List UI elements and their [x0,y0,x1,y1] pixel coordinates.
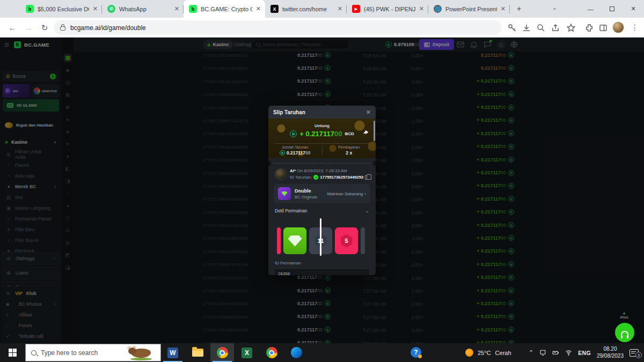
search-highlight-ox-image[interactable] [127,345,155,360]
tile-value: 5 [345,238,348,244]
taskbar-search-box[interactable] [25,344,161,361]
minimize-button[interactable]: — [580,6,601,12]
password-key-icon[interactable] [507,23,517,33]
windows-logo-icon [9,349,17,357]
payout-block: Pembayaran 2 x [322,145,376,156]
new-tab-button[interactable]: + [512,2,526,16]
word-icon: W [167,348,178,358]
taskbar-word[interactable]: W [161,343,185,362]
tab-close-icon[interactable]: ✕ [93,5,98,12]
game-id-input[interactable] [278,271,366,276]
refresh-button[interactable]: ↻ [39,22,50,34]
close-icon[interactable]: ✕ [366,109,371,116]
dashed-separator [274,158,370,164]
modal-title: Slip Taruhan [273,109,305,115]
address-bar[interactable]: bcgame.ai/id/game/double [54,20,502,35]
system-tray: ⌃ ENG 08.20 29/08/2023 3 [529,343,644,362]
game-details-toggle[interactable]: Detil Permainan ⌄ [275,208,369,213]
game-id-field[interactable] [274,268,370,275]
browser-tab[interactable]: ▶ (45) PWK - DIPENJARA ✕ [347,0,428,18]
lock-icon [60,26,65,31]
play-now-link[interactable]: Mainkan Sekarang › [327,191,366,196]
bookmark-star-icon[interactable] [566,23,576,33]
menu-kebab-icon[interactable]: ⋮ [630,23,640,33]
browser-tab[interactable]: b BC.GAME: Crypto Casi ✕ [184,0,265,18]
back-to-top[interactable]: ▲ Atas [620,311,628,320]
tab-close-icon[interactable]: ✕ [501,5,506,12]
game-provider: BC Originals [295,195,317,200]
tab-title: BC.GAME: Crypto Casi [201,6,252,12]
language-indicator[interactable]: ENG [578,350,591,356]
back-to-top-label: Atas [620,315,628,320]
start-button[interactable] [0,343,25,362]
tab-favicon: 🌐 [434,5,442,13]
taskbar-clock[interactable]: 08.20 29/08/2023 [597,346,624,359]
display-icon[interactable] [539,349,546,356]
zoom-icon[interactable] [536,23,546,33]
tab-list: b $5,000 Exclusive DOU ✕ ✆ WhatsApp ✕ b … [20,0,510,18]
payout-value: 2 x [346,150,352,156]
forward-button[interactable]: → [23,22,34,34]
chevron-up-icon: ▲ [620,311,628,315]
weather-widget[interactable]: 25°C Cerah [465,343,511,362]
copy-icon[interactable] [365,175,369,180]
tab-title: $5,000 Exclusive DOU [38,6,89,12]
close-window-button[interactable]: ✕ [623,5,644,12]
help-app-icon[interactable]: ? [411,347,421,358]
tab-close-icon[interactable]: ✕ [174,5,179,12]
headset-icon [621,331,628,336]
back-button[interactable]: ← [6,22,18,34]
taskbar-search-input[interactable] [41,349,111,357]
result-marker-line [320,218,321,256]
game-card[interactable]: Double BC Originals Mainkan Sekarang › [274,184,370,203]
excel-icon: X [241,348,252,358]
clock-time: 08.20 [597,346,624,353]
chevron-down-icon: ⌄ [365,208,369,213]
verified-shield-icon: ✓ [313,175,318,180]
profit-hero: Untung b + 0.21711700 BCD Jumlah Taruhan… [268,119,376,158]
tab-title: PowerPoint Presentati [445,6,497,12]
maximize-button[interactable] [601,6,623,12]
chrome-icon [217,347,228,358]
wifi-icon[interactable] [565,349,572,356]
support-button[interactable] [615,323,634,342]
browser-tab[interactable]: ✆ WhatsApp ✕ [102,0,184,18]
taskbar-excel[interactable]: X [235,343,259,362]
url-text: bcgame.ai/id/game/double [70,24,146,32]
share-icon[interactable] [551,23,560,33]
notification-center-icon[interactable]: 3 [630,349,639,357]
tab-close-icon[interactable]: ✕ [419,5,424,12]
browser-tab[interactable]: X twitter.com/home ✕ [265,0,347,18]
profit-amount: + 0.217117 [299,130,334,138]
tab-close-icon[interactable]: ✕ [256,5,261,12]
tab-close-icon[interactable]: ✕ [338,5,342,12]
taskbar-chrome-active[interactable] [210,343,234,362]
taskbar-edge[interactable] [284,343,308,362]
result-tile [361,227,365,254]
double-result-strip: 11 5 [268,223,376,258]
download-icon[interactable] [522,23,531,33]
notification-badge: 3 [635,352,642,358]
extensions-puzzle-icon[interactable] [584,23,594,33]
username: Al* [290,168,296,173]
battery-icon[interactable] [552,349,559,356]
search-icon [31,350,36,356]
bet-timestamp: On 8/29/2023, 7:28:33 AM [297,168,347,173]
tab-search-icon[interactable]: ⌄ [552,4,557,11]
share-flag-icon[interactable] [363,128,369,135]
browser-tab[interactable]: 🌐 PowerPoint Presentati ✕ [428,0,510,18]
browser-toolbar: ← → ↻ bcgame.ai/id/game/double ⋮ [0,18,644,38]
result-tile: 5 [335,227,358,254]
bet-amount-label: Jumlah Taruhan [268,145,322,149]
taskbar-file-explorer[interactable] [186,343,209,362]
browser-tab[interactable]: b $5,000 Exclusive DOU ✕ [20,0,102,18]
folder-icon [192,349,203,357]
profile-avatar[interactable] [612,21,624,33]
modal-scrollbar[interactable] [374,121,375,141]
side-panel-icon[interactable] [598,23,608,33]
avatar [275,168,287,180]
taskbar-chrome-2[interactable] [260,343,283,362]
tray-expand-chevron[interactable]: ⌃ [529,349,533,356]
tab-title: (45) PWK - DIPENJARA [364,6,415,12]
bet-slip-modal: Slip Taruhan ✕ Untung b + 0.21711700 BCD… [268,106,376,275]
